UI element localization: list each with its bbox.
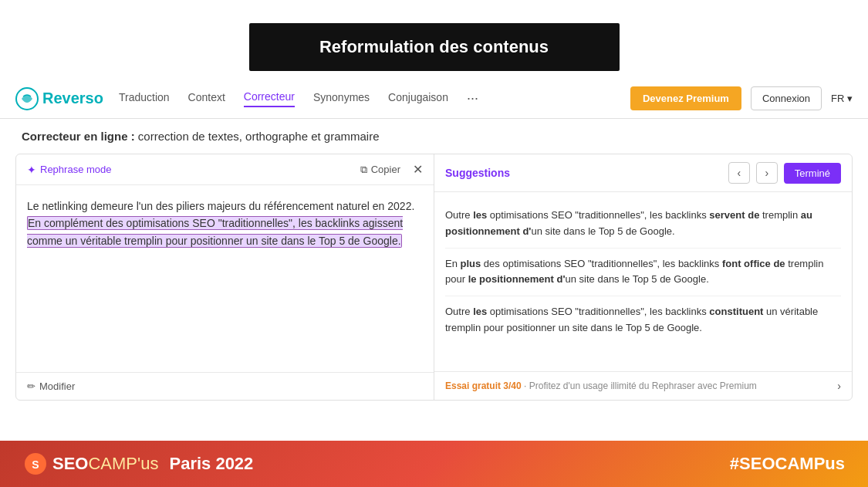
rephrase-mode-label: Rephrase mode	[40, 164, 112, 175]
s1-t7: un site dans le Top 5 de Google.	[531, 225, 674, 237]
paris-year-text: Paris 2022	[169, 454, 253, 474]
hashtag-text: #SEOCAMPus	[730, 454, 845, 474]
logo-text: Reverso	[42, 90, 103, 107]
nav-link-traduction[interactable]: Traduction	[119, 91, 170, 107]
nav-link-context[interactable]: Context	[188, 91, 225, 107]
premium-button[interactable]: Devenez Premium	[630, 86, 741, 110]
footer-chevron-icon: ›	[837, 380, 841, 392]
rephrase-mode-button[interactable]: ✦ Rephrase mode	[27, 164, 112, 176]
s2-t3: des optimisations SEO "traditionnelles",…	[481, 258, 722, 269]
s2-t7: un site dans le Top 5 de Google.	[566, 273, 709, 285]
suggestions-label: Suggestions	[445, 167, 722, 179]
right-panel: Suggestions ‹ › Terminé Outre les optimi…	[434, 154, 852, 400]
seo-bold-text: SEO	[52, 454, 88, 473]
s3-t1: Outre	[445, 306, 473, 317]
page-subtitle: Correcteur en ligne : correction de text…	[0, 119, 868, 154]
nav-more-dots[interactable]: ···	[467, 90, 478, 107]
footer-essai-text: Essai gratuit 3/40 · Profitez d'un usage…	[445, 380, 757, 391]
seocamp-icon: S	[23, 451, 48, 476]
reverso-logo-icon	[15, 87, 39, 110]
s1-t1: Outre	[445, 209, 473, 221]
seocamp-text: SEOCAMP'us	[52, 454, 158, 474]
title-bar: Reformulation des contenus	[249, 23, 620, 71]
nav-right: Devenez Premium Connexion FR ▾	[630, 86, 853, 110]
subtitle-text: correction de textes, orthographe et gra…	[135, 130, 380, 143]
footer-essai-label: Essai gratuit 3/40	[445, 380, 522, 391]
footer-detail-text: · Profitez d'un usage illimité du Rephra…	[522, 380, 757, 391]
s2-t2: plus	[461, 258, 481, 269]
nav-links: Traduction Context Correcteur Synonymes …	[119, 90, 630, 107]
nav-link-correcteur[interactable]: Correcteur	[244, 90, 295, 107]
prev-arrow-button[interactable]: ‹	[728, 162, 750, 184]
suggestion-item[interactable]: Outre les optimisations SEO "traditionne…	[445, 200, 841, 249]
copy-label: Copier	[371, 164, 400, 175]
left-text-area: Le netlinking demeure l'un des piliers m…	[16, 185, 434, 372]
right-footer[interactable]: Essai gratuit 3/40 · Profitez d'un usage…	[434, 371, 852, 400]
close-button[interactable]: ✕	[413, 162, 423, 177]
paris-bold: Paris 2022	[169, 454, 253, 473]
s2-t1: En	[445, 258, 461, 269]
text-before-highlight: Le netlinking demeure l'un des piliers m…	[27, 200, 414, 212]
title-text: Reformulation des contenus	[319, 37, 549, 56]
left-footer: ✏ Modifier	[16, 372, 434, 400]
seo-light-text: CAMP'us	[88, 454, 158, 473]
suggestion-item[interactable]: Outre les optimisations SEO "traditionne…	[445, 296, 841, 344]
left-panel: ✦ Rephrase mode ⧉ Copier ✕ Le netlinking…	[16, 154, 434, 400]
logo[interactable]: Reverso	[15, 87, 103, 110]
s2-t4: font office de	[722, 258, 785, 269]
rephrase-icon: ✦	[27, 164, 36, 176]
main-content: ✦ Rephrase mode ⧉ Copier ✕ Le netlinking…	[15, 154, 853, 401]
nav-bar: Reverso Traduction Context Correcteur Sy…	[0, 79, 868, 119]
s1-t3: optimisations SEO "traditionnelles", les…	[487, 209, 709, 221]
subtitle-label: Correcteur en ligne :	[22, 130, 135, 143]
seocamp-logo: S SEOCAMP'us Paris 2022	[23, 451, 253, 476]
next-arrow-button[interactable]: ›	[756, 162, 778, 184]
nav-link-synonymes[interactable]: Synonymes	[313, 91, 370, 107]
s1-t4: servent de	[709, 209, 759, 221]
svg-text:S: S	[32, 458, 39, 471]
s3-t3: optimisations SEO "traditionnelles", les…	[487, 306, 709, 317]
modifier-label: Modifier	[39, 380, 75, 392]
modifier-button[interactable]: ✏ Modifier	[27, 380, 75, 392]
s1-t5: tremplin	[759, 209, 800, 221]
s3-t2: les	[473, 306, 487, 317]
copy-button[interactable]: ⧉ Copier	[360, 164, 400, 176]
copy-icon: ⧉	[360, 164, 367, 176]
right-toolbar: Suggestions ‹ › Terminé	[434, 154, 852, 192]
pencil-icon: ✏	[27, 380, 35, 392]
termine-button[interactable]: Terminé	[784, 163, 841, 184]
bottom-bar: S SEOCAMP'us Paris 2022 #SEOCAMPus	[0, 441, 868, 487]
connexion-button[interactable]: Connexion	[751, 86, 822, 110]
language-selector[interactable]: FR ▾	[831, 93, 853, 104]
s1-t2: les	[473, 209, 487, 221]
left-toolbar: ✦ Rephrase mode ⧉ Copier ✕	[16, 154, 434, 185]
suggestion-item[interactable]: En plus des optimisations SEO "tradition…	[445, 249, 841, 297]
text-highlighted: En complément des optimisations SEO "tra…	[27, 216, 403, 247]
suggestions-list: Outre les optimisations SEO "traditionne…	[434, 192, 852, 371]
nav-link-conjugaison[interactable]: Conjugaison	[388, 91, 448, 107]
s3-t4: constituent	[709, 306, 763, 317]
s2-t6: le positionnement d'	[468, 273, 566, 285]
